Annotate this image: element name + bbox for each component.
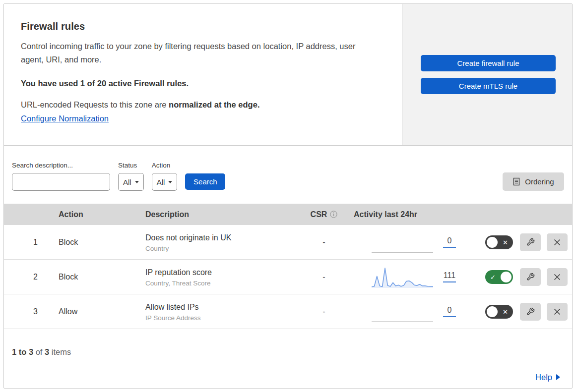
help-row: Help bbox=[4, 365, 572, 389]
info-icon[interactable] bbox=[330, 211, 337, 218]
page-header-section: Firewall rules Control incoming traffic … bbox=[4, 4, 572, 146]
normalization-bold: normalized at the edge. bbox=[169, 100, 259, 109]
toggle-knob bbox=[487, 306, 498, 317]
ordering-button[interactable]: Ordering bbox=[503, 172, 564, 191]
chevron-down-icon bbox=[168, 181, 172, 183]
normalization-note: URL-encoded Requests to this zone are no… bbox=[21, 100, 379, 110]
page-title: Firewall rules bbox=[21, 21, 379, 32]
column-header-action: Action bbox=[44, 210, 130, 219]
rule-priority: 2 bbox=[4, 273, 44, 281]
check-icon: ✓ bbox=[490, 273, 496, 280]
delete-rule-button[interactable] bbox=[547, 303, 568, 321]
help-link-label: Help bbox=[535, 373, 552, 382]
search-input[interactable] bbox=[19, 178, 118, 186]
search-box[interactable] bbox=[12, 173, 110, 191]
arrow-right-icon bbox=[556, 374, 560, 380]
activity-count-link[interactable]: 0 bbox=[443, 306, 456, 317]
usage-summary: You have used 1 of 20 active Firewall ru… bbox=[21, 79, 379, 88]
create-firewall-rule-button[interactable]: Create firewall rule bbox=[421, 55, 556, 71]
create-mtls-rule-button[interactable]: Create mTLS rule bbox=[421, 78, 556, 94]
activity-sparkline bbox=[372, 266, 433, 288]
close-icon bbox=[553, 273, 561, 281]
items-range: 1 to bbox=[12, 347, 29, 356]
items-total: 3 bbox=[45, 347, 49, 356]
wrench-icon bbox=[526, 238, 535, 246]
status-dropdown[interactable]: All bbox=[118, 173, 144, 191]
delete-rule-button[interactable] bbox=[547, 268, 568, 286]
activity-count-link[interactable]: 111 bbox=[443, 271, 456, 282]
chevron-down-icon bbox=[135, 181, 139, 183]
rule-enabled-toggle[interactable]: ✓ ✕ bbox=[485, 270, 513, 284]
column-header-csr: CSR bbox=[311, 210, 327, 219]
edit-rule-button[interactable] bbox=[520, 233, 541, 251]
intro-panel: Firewall rules Control incoming traffic … bbox=[4, 4, 402, 145]
search-label: Search description... bbox=[12, 162, 110, 169]
action-dropdown[interactable]: All bbox=[152, 173, 178, 191]
table-row: 1 Block Does not originate in UK Country… bbox=[4, 225, 572, 260]
configure-normalization-link[interactable]: Configure Normalization bbox=[21, 114, 109, 123]
rule-csr-value: - bbox=[294, 238, 354, 247]
rule-description: Does not originate in UK bbox=[145, 232, 294, 243]
normalization-text: URL-encoded Requests to this zone are bbox=[21, 100, 169, 109]
rule-csr-value: - bbox=[294, 307, 354, 316]
delete-rule-button[interactable] bbox=[547, 233, 568, 251]
activity-sparkline bbox=[372, 231, 433, 254]
x-icon: ✕ bbox=[503, 238, 508, 246]
rule-enabled-toggle[interactable]: ✓ ✕ bbox=[485, 305, 513, 319]
table-row: 2 Block IP reputation score Country, Thr… bbox=[4, 260, 572, 294]
rule-criteria: IP Source Address bbox=[145, 314, 294, 322]
action-label: Action bbox=[152, 162, 178, 169]
rule-enabled-toggle[interactable]: ✓ ✕ bbox=[485, 235, 513, 249]
activity-count-link[interactable]: 0 bbox=[443, 236, 456, 248]
wrench-icon bbox=[526, 273, 535, 281]
actions-panel: Create firewall rule Create mTLS rule bbox=[402, 4, 572, 145]
pagination-summary: 1 to 3 of 3 items bbox=[4, 329, 572, 365]
column-header-description: Description bbox=[130, 210, 294, 219]
filter-bar: Search description... Status All Action … bbox=[4, 146, 572, 204]
rule-criteria: Country, Threat Score bbox=[145, 280, 294, 287]
table-header: Action Description CSR Activity last 24h… bbox=[4, 204, 572, 225]
rule-action: Allow bbox=[44, 307, 130, 316]
rule-description: IP reputation score bbox=[145, 267, 294, 278]
rule-criteria: Country bbox=[145, 245, 294, 252]
table-row: 3 Allow Allow listed IPs IP Source Addre… bbox=[4, 294, 572, 329]
close-icon bbox=[553, 238, 561, 246]
ordering-list-icon bbox=[512, 177, 520, 186]
wrench-icon bbox=[526, 307, 535, 316]
rule-description: Allow listed IPs bbox=[145, 302, 294, 313]
close-icon bbox=[553, 308, 561, 316]
status-dropdown-value: All bbox=[123, 178, 131, 186]
rule-priority: 3 bbox=[4, 307, 44, 316]
toggle-knob bbox=[501, 272, 512, 282]
ordering-button-label: Ordering bbox=[525, 177, 554, 186]
edit-rule-button[interactable] bbox=[520, 268, 541, 286]
activity-sparkline bbox=[372, 300, 433, 323]
rule-csr-value: - bbox=[294, 273, 354, 281]
rule-priority: 1 bbox=[4, 238, 44, 247]
column-header-activity: Activity last 24hr bbox=[354, 210, 470, 219]
page-description: Control incoming traffic to your zone by… bbox=[21, 40, 378, 66]
search-button[interactable]: Search bbox=[185, 173, 225, 190]
toggle-knob bbox=[487, 237, 498, 248]
help-link[interactable]: Help bbox=[535, 373, 560, 382]
x-icon: ✕ bbox=[503, 308, 508, 315]
action-dropdown-value: All bbox=[157, 178, 165, 186]
rule-action: Block bbox=[44, 238, 130, 247]
status-label: Status bbox=[118, 162, 144, 169]
edit-rule-button[interactable] bbox=[520, 303, 541, 321]
firewall-rules-page: Firewall rules Control incoming traffic … bbox=[3, 3, 573, 389]
rule-action: Block bbox=[44, 273, 130, 281]
